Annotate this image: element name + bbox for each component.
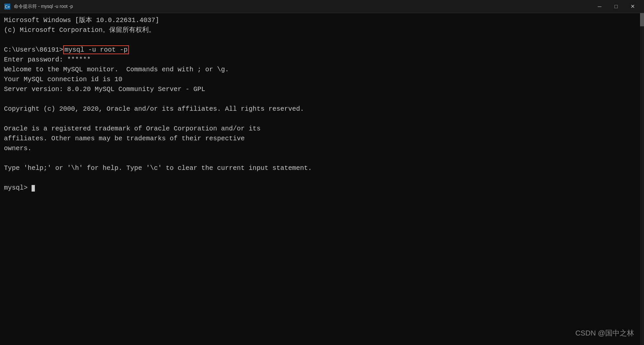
- terminal-line-cmd: C:\Users\86191>mysql -u root -p: [4, 45, 640, 55]
- maximize-button[interactable]: □: [608, 1, 624, 12]
- scrollbar-thumb[interactable]: [640, 13, 644, 26]
- terminal-line-empty: [4, 35, 640, 45]
- window-controls: ─ □ ✕: [592, 1, 640, 12]
- watermark: CSDN @国中之林: [575, 328, 634, 338]
- mysql-command-highlight: mysql -u root -p: [63, 45, 129, 54]
- terminal-line: Microsoft Windows [版本 10.0.22631.4037]: [4, 16, 640, 25]
- window-title: 命令提示符 - mysql -u root -p: [14, 4, 73, 10]
- terminal-line-help: Type 'help;' or '\h' for help. Type '\c'…: [4, 164, 640, 173]
- terminal-line-empty: [4, 95, 640, 104]
- terminal-line-empty: [4, 154, 640, 163]
- terminal-cursor: [32, 185, 35, 192]
- close-button[interactable]: ✕: [625, 1, 640, 12]
- terminal-line: (c) Microsoft Corporation。保留所有权利。: [4, 26, 640, 35]
- terminal-line-copyright: Copyright (c) 2000, 2020, Oracle and/or …: [4, 104, 640, 114]
- scrollbar[interactable]: [640, 13, 644, 345]
- title-bar-left: C> 命令提示符 - mysql -u root -p: [4, 3, 73, 10]
- terminal-line-trademark2: affiliates. Other names may be trademark…: [4, 134, 640, 143]
- terminal-window: C> 命令提示符 - mysql -u root -p ─ □ ✕ Micros…: [0, 0, 644, 345]
- terminal-line-empty: [4, 114, 640, 124]
- terminal-line-connid: Your MySQL connection id is 10: [4, 75, 640, 84]
- terminal-line-version: Server version: 8.0.20 MySQL Community S…: [4, 85, 640, 94]
- terminal-line-prompt: mysql>: [4, 183, 640, 193]
- title-bar: C> 命令提示符 - mysql -u root -p ─ □ ✕: [0, 0, 644, 13]
- terminal-body[interactable]: Microsoft Windows [版本 10.0.22631.4037] (…: [0, 13, 644, 345]
- svg-text:C>: C>: [5, 4, 10, 9]
- minimize-button[interactable]: ─: [592, 1, 607, 12]
- cmd-icon: C>: [4, 3, 11, 10]
- terminal-line-trademark3: owners.: [4, 144, 640, 153]
- terminal-line-password: Enter password: ******: [4, 55, 640, 64]
- terminal-line-trademark1: Oracle is a registered trademark of Orac…: [4, 124, 640, 133]
- terminal-line-empty: [4, 173, 640, 183]
- terminal-line-welcome: Welcome to the MySQL monitor. Commands e…: [4, 65, 640, 74]
